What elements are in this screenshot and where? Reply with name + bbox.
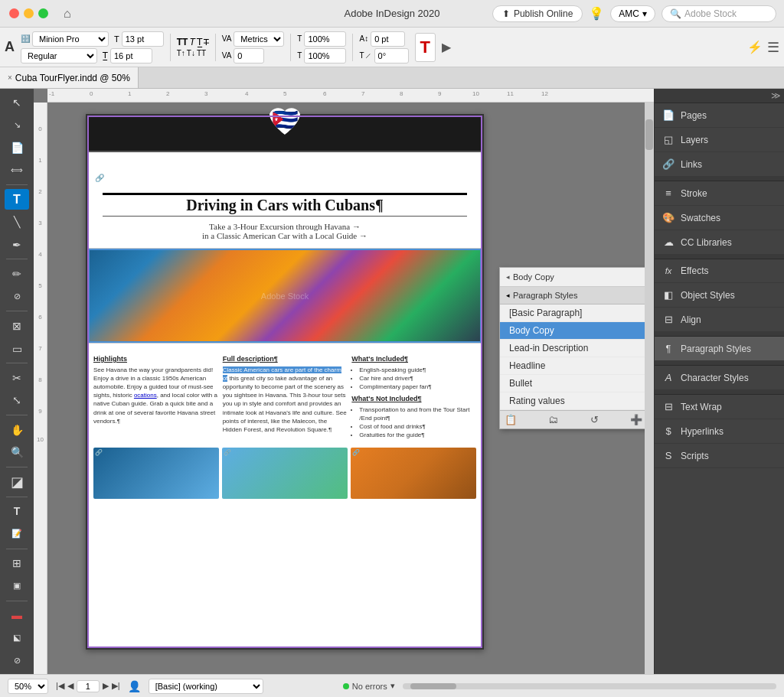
style-item-headline[interactable]: Headline [500, 357, 645, 375]
zoom-tool[interactable]: 🔍 [5, 442, 29, 463]
errors-chevron-icon[interactable]: ▾ [390, 681, 395, 691]
nav-last-icon[interactable]: ▶| [112, 681, 120, 691]
hand-tool[interactable]: ✋ [5, 419, 29, 440]
type-size-icon: T [114, 34, 119, 44]
apply-color-icon[interactable]: ▬ [5, 605, 29, 626]
reload-icon[interactable]: ↺ [590, 414, 599, 425]
canvas-area: -1 0 1 2 3 4 5 6 7 8 9 10 11 12 0 1 2 3 … [34, 89, 654, 674]
panel-layers[interactable]: ◱ Layers [655, 128, 784, 152]
links-icon: 🔗 [662, 158, 675, 170]
rect-tool[interactable]: ▭ [5, 338, 29, 359]
lightbulb-icon[interactable]: 💡 [589, 6, 604, 21]
text-wrap-icon: ⊟ [662, 401, 675, 412]
panel-cc-libraries[interactable]: ☁ CC Libraries [655, 230, 784, 255]
swatches-icon: 🎨 [662, 212, 675, 223]
note-tool[interactable]: 📝 [5, 523, 29, 544]
user-menu-button[interactable]: AMC ▾ [610, 5, 655, 22]
document-tab[interactable]: × Cuba TourFlyer.indd @ 50% [0, 67, 139, 88]
frame-grid-tool[interactable]: ⊞ [5, 553, 29, 574]
style-item-basic-paragraph[interactable]: [Basic Paragraph] [500, 305, 645, 322]
tracking-input[interactable] [234, 48, 264, 64]
font-size-input[interactable] [122, 31, 164, 47]
current-style-select[interactable]: [Basic] (working) [149, 679, 263, 694]
tab-close-icon[interactable]: × [8, 73, 12, 82]
fill-color-icon[interactable]: ◪ [5, 471, 29, 492]
nav-next-icon[interactable]: ▶ [103, 681, 109, 691]
text-style-options: TT T T̲ T̶ T↑ T↓ TT [177, 37, 209, 57]
panel-scripts[interactable]: S Scripts [655, 444, 784, 468]
font-style-select[interactable]: Regular [21, 48, 97, 64]
kerning-select[interactable]: Metrics [234, 31, 284, 47]
nav-prev-icon[interactable]: ◀ [67, 681, 74, 691]
text-color-button[interactable]: T [415, 33, 436, 62]
collapse-panels-icon[interactable]: ≫ [771, 90, 781, 101]
chevron-down-icon: ▾ [642, 8, 647, 19]
font-family-select[interactable]: Minion Pro [32, 31, 109, 47]
style-item-lead-in[interactable]: Lead-in Description [500, 340, 645, 357]
panel-swatches[interactable]: 🎨 Swatches [655, 206, 784, 230]
zoom-control[interactable]: 50% [8, 679, 48, 694]
tools-panel: ↖ ↘ 📄 ⟺ T ╲ ✒ ✏ ⊘ ⊠ ▭ ✂ ⤡ ✋ 🔍 ◪ T 📝 ⊞ ▣ … [0, 89, 34, 674]
zoom-select[interactable]: 50% [8, 679, 48, 694]
scissors-tool[interactable]: ✂ [5, 367, 29, 388]
expand-icon[interactable]: ▶ [442, 40, 451, 54]
close-button[interactable] [9, 8, 19, 18]
pages-icon: 📄 [662, 109, 675, 121]
gradient-swatch-tool[interactable]: ▣ [5, 575, 29, 596]
apply-gradient-icon[interactable]: ⬕ [5, 627, 29, 648]
baseline-input[interactable] [371, 31, 405, 47]
canvas-content[interactable]: 🇨🇺 🔗 Driving in Cars with Cubans¶ Take a… [47, 103, 645, 674]
type-on-path-tool[interactable]: T [5, 501, 29, 522]
direct-select-tool[interactable]: ↘ [5, 114, 29, 135]
selection-tool[interactable]: ↖ [5, 92, 29, 112]
hamburger-menu-icon[interactable]: ☰ [767, 39, 779, 56]
style-item-body-copy[interactable]: Body Copy [500, 322, 645, 340]
font-options: 🔡 Minion Pro T Regular T̲ [21, 31, 164, 64]
char-styles-icon: A [662, 372, 675, 383]
add-style-footer-icon[interactable]: ➕ [630, 414, 642, 425]
lightning-icon[interactable]: ⚡ [747, 40, 763, 54]
gap-tool[interactable]: ⟺ [5, 159, 29, 180]
panel-paragraph-styles[interactable]: ¶ Paragraph Styles [655, 337, 784, 361]
skew-input[interactable] [374, 48, 409, 64]
panel-align[interactable]: ⊟ Align [655, 308, 784, 332]
page-tool[interactable]: 📄 [5, 137, 29, 158]
style-item-rating-values[interactable]: Rating values [500, 392, 645, 410]
new-group-icon[interactable]: 📋 [505, 414, 517, 425]
apply-none-icon[interactable]: ⊘ [5, 650, 29, 671]
stock-search-box[interactable]: 🔍 Adobe Stock [662, 5, 776, 22]
user-status: 👤 [128, 680, 141, 692]
horizontal-scrollbar[interactable] [403, 683, 776, 689]
pen-tool[interactable]: ✒ [5, 234, 29, 255]
panel-links[interactable]: 🔗 Links [655, 152, 784, 177]
page-number-input[interactable] [77, 680, 100, 692]
type-tool[interactable]: T [5, 189, 29, 210]
maximize-button[interactable] [38, 8, 48, 18]
panel-character-styles[interactable]: A Character Styles [655, 366, 784, 390]
pencil-tool[interactable]: ✏ [5, 263, 29, 284]
scrollbar-vertical[interactable] [645, 103, 654, 674]
home-icon[interactable]: ⌂ [64, 7, 71, 21]
publish-online-button[interactable]: ⬆ Publish Online [492, 5, 583, 22]
panel-object-styles[interactable]: ◧ Object Styles [655, 283, 784, 308]
type-mode-icon: A [5, 39, 15, 55]
folder-icon[interactable]: 🗂 [548, 414, 558, 425]
rect-frame-tool[interactable]: ⊠ [5, 315, 29, 336]
leading-input[interactable] [110, 48, 152, 64]
panel-text-wrap[interactable]: ⊟ Text Wrap [655, 395, 784, 419]
nav-first-icon[interactable]: |◀ [56, 681, 64, 691]
minimize-button[interactable] [24, 8, 34, 18]
scale-h-input[interactable] [304, 31, 346, 47]
bold-TT-icon: TT [177, 37, 188, 47]
style-item-bullet[interactable]: Bullet [500, 375, 645, 392]
traffic-lights [9, 8, 48, 18]
panel-effects[interactable]: fx Effects [655, 259, 784, 283]
panel-hyperlinks[interactable]: $ Hyperlinks [655, 419, 784, 444]
panel-stroke[interactable]: ≡ Stroke [655, 181, 784, 206]
scale-v-input[interactable] [304, 48, 346, 64]
eraser-tool[interactable]: ⊘ [5, 286, 29, 307]
line-tool[interactable]: ╲ [5, 211, 29, 232]
transform-tool[interactable]: ⤡ [5, 390, 29, 411]
panel-pages[interactable]: 📄 Pages [655, 103, 784, 128]
highlights-column: Highlights See Havana the way your grand… [93, 354, 218, 440]
